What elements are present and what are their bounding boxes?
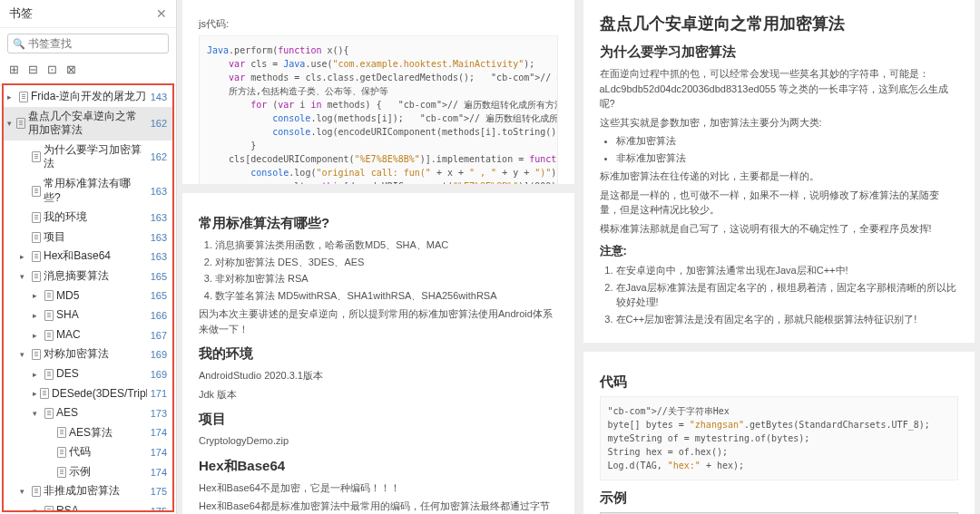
h2-code: 代码: [600, 373, 959, 391]
list-item: 非标准加密算法: [616, 150, 959, 166]
card-jscode: js代码: Java.perform(function x(){ var cls…: [182, 0, 574, 184]
page-num: 175: [151, 506, 167, 512]
doc-icon: [57, 427, 66, 438]
arrow-icon: ▾: [33, 409, 42, 418]
tree-label: 对称加密算法: [44, 347, 109, 362]
why-ul: 标准加密算法非标准加密算法: [616, 133, 959, 165]
doc-icon: [32, 349, 41, 360]
page-num: 143: [151, 92, 167, 102]
tool-icon-2[interactable]: ⊟: [28, 63, 38, 76]
env-line1: AndroidStudio 2020.3.1版本: [199, 368, 558, 383]
sidebar-header: 书签 ✕: [0, 0, 176, 28]
list-item: 在C++层加密算法是没有固定名字的，那就只能根据算法特征识别了!: [616, 312, 959, 327]
arrow-icon: ▸: [7, 92, 16, 102]
bookmark-sidebar: 书签 ✕ 🔍 ⊞ ⊟ ⊡ ⊠ ▸Frida-逆向开发的屠龙刀143▾盘点几个安卓…: [0, 0, 177, 514]
tree-item[interactable]: AES算法174: [4, 423, 172, 443]
page-num: 169: [151, 349, 167, 360]
env-line2: Jdk 版本: [199, 387, 558, 402]
why-p3: 标准加密算法在往传递的对比，主要都是一样的。: [600, 169, 959, 184]
page-num: 167: [151, 330, 167, 341]
js-label: js代码:: [199, 16, 558, 32]
page-num: 162: [151, 118, 167, 129]
tool-icon-3[interactable]: ⊡: [47, 63, 57, 76]
doc-icon: [44, 506, 54, 512]
tree-label: 项目: [44, 230, 65, 245]
arrow-icon: ▾: [7, 119, 14, 128]
note-list: 在安卓逆向中，加密算法通常出现在Java层和C++中!在Java层标准算法是有固…: [616, 263, 959, 326]
tree-item[interactable]: ▾盘点几个安卓逆向之常用加密算法162: [4, 107, 172, 141]
left-column: js代码: Java.perform(function x(){ var cls…: [182, 0, 574, 514]
tree-item[interactable]: ▾RSA175: [4, 501, 172, 512]
doc-icon: [57, 447, 66, 458]
list-item: 在安卓逆向中，加密算法通常出现在Java层和C++中!: [616, 263, 959, 278]
right-column: 盘点几个安卓逆向之常用加密算法 为什么要学习加密算法 在面逆向过程中抓的包，可以…: [583, 0, 975, 514]
p-after-ol: 因为本次主要讲述的是安卓逆向，所以提到常用的标准加密算法使用Android体系来…: [199, 306, 558, 336]
tree-item[interactable]: ▸Frida-逆向开发的屠龙刀143: [4, 87, 172, 107]
page-num: 163: [151, 251, 167, 262]
card-left-main: 常用标准算法有哪些? 消息摘要算法类用函数，哈希函数MD5、SHA、MAC对称加…: [182, 193, 574, 514]
tree-label: MAC: [56, 328, 81, 343]
tree-label: MD5: [56, 289, 79, 304]
tree-item[interactable]: 项目163: [4, 228, 172, 247]
code-block-1[interactable]: Java.perform(function x(){ var cls = Jav…: [199, 35, 558, 185]
tree-item[interactable]: 我的环境163: [4, 208, 172, 228]
tree-label: 盘点几个安卓逆向之常用加密算法: [28, 110, 146, 138]
close-icon[interactable]: ✕: [156, 6, 167, 21]
tree-label: AES: [56, 406, 78, 421]
arrow-icon: ▸: [33, 311, 42, 320]
doc-icon: [32, 486, 41, 497]
page-num: 166: [151, 310, 167, 321]
tree-item[interactable]: ▸DES169: [4, 364, 172, 384]
h2-env: 我的环境: [199, 345, 558, 363]
doc-icon: [32, 212, 41, 223]
tree-item[interactable]: 为什么要学习加密算法162: [4, 141, 172, 174]
page-num: 173: [151, 408, 167, 419]
tree-item[interactable]: ▾非推成加密算法175: [4, 481, 172, 501]
doc-icon: [44, 369, 54, 380]
h2-proj: 项目: [199, 411, 558, 428]
h3-note: 注意:: [600, 243, 959, 259]
tree-item[interactable]: ▸Hex和Base64163: [4, 247, 172, 267]
tool-icon-4[interactable]: ⊠: [66, 63, 76, 76]
tree-item[interactable]: 代码174: [4, 442, 172, 462]
tree-item[interactable]: ▸DESede(3DES/TripleDES)171: [4, 384, 172, 404]
page-title: 盘点几个安卓逆向之常用加密算法: [600, 13, 959, 34]
page-num: 169: [151, 369, 167, 380]
code-block-2[interactable]: "cb-com">//关于字符串Hex byte[] bytes = "zhan…: [600, 396, 959, 480]
why-p2: 这些其实就是参数加密，加密算法主要分为两大类:: [600, 115, 959, 131]
tool-icon-1[interactable]: ⊞: [9, 63, 19, 76]
search-input[interactable]: [7, 34, 169, 53]
content-area: js代码: Java.perform(function x(){ var cls…: [177, 0, 980, 514]
page-num: 165: [151, 271, 167, 282]
doc-icon: [57, 467, 66, 478]
bookmark-tree[interactable]: ▸Frida-逆向开发的屠龙刀143▾盘点几个安卓逆向之常用加密算法162为什么…: [2, 83, 174, 512]
hex-p1: Hex和Base64不是加密，它是一种编码！！！: [199, 480, 558, 496]
page-num: 175: [151, 486, 167, 497]
tree-item[interactable]: 示例174: [4, 462, 172, 482]
tree-item[interactable]: ▸MD5165: [4, 286, 172, 306]
doc-icon: [32, 151, 41, 162]
page-num: 162: [151, 151, 167, 162]
tree-item[interactable]: ▸SHA166: [4, 305, 172, 325]
page-num: 163: [151, 232, 167, 243]
tree-label: SHA: [56, 308, 79, 323]
doc-icon: [32, 271, 41, 282]
list-item: 数字签名算法 MD5withRSA、SHA1withRSA、SHA256with…: [215, 288, 558, 304]
tree-item[interactable]: ▾对称加密算法169: [4, 344, 172, 364]
hex-p2: Hex和Base64都是标准加密算法中最常用的编码，任何加密算法最终都通过字节的…: [199, 499, 558, 514]
search-wrap: 🔍: [0, 28, 176, 59]
tree-label: AES算法: [69, 426, 113, 441]
arrow-icon: ▾: [20, 487, 29, 496]
arrow-icon: ▸: [33, 291, 42, 300]
tree-item[interactable]: ▸MAC167: [4, 325, 172, 345]
doc-icon: [44, 310, 54, 321]
tree-label: RSA: [56, 504, 79, 512]
doc-icon: [16, 118, 25, 129]
tree-item[interactable]: 常用标准算法有哪些?163: [4, 174, 172, 208]
sidebar-title: 书签: [9, 5, 33, 22]
list-item: 在Java层标准算法是有固定名字的，根坦易着清，固定名字那根清晰的所以比较好处理…: [616, 280, 959, 310]
tree-label: 非推成加密算法: [44, 484, 120, 499]
tree-item[interactable]: ▾AES173: [4, 403, 172, 423]
tree-item[interactable]: ▾消息摘要算法165: [4, 267, 172, 286]
tree-label: 常用标准算法有哪些?: [44, 177, 147, 205]
